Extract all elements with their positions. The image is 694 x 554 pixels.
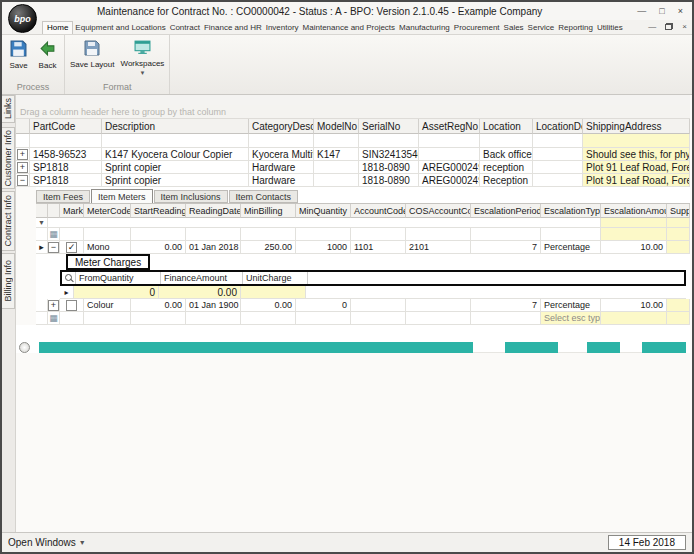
- cell-categorydesc[interactable]: Hardware: [249, 161, 314, 174]
- ribbon-tab-service[interactable]: Service: [526, 22, 557, 34]
- cell-accountcode[interactable]: 1101: [351, 241, 406, 254]
- cell-metercode[interactable]: [84, 228, 131, 241]
- column-header-marked[interactable]: Marked: [60, 204, 84, 218]
- filter-cell-location[interactable]: [480, 134, 533, 148]
- cell-marked[interactable]: ✓: [60, 241, 84, 254]
- cell-location[interactable]: reception: [480, 161, 533, 174]
- expand-cell[interactable]: +: [16, 148, 30, 161]
- cell-escalationamount[interactable]: 10.00: [601, 299, 667, 312]
- column-header-shippingaddress[interactable]: ShippingAddress: [583, 119, 690, 134]
- ribbon-tab-utilities[interactable]: Utilities: [595, 22, 625, 34]
- cell-shippingaddress[interactable]: Plot 91 Leaf Road, Forest Hills,: [583, 174, 690, 187]
- column-header-locationdesc[interactable]: LocationDesc: [533, 119, 583, 134]
- cell-location[interactable]: Back office: [480, 148, 533, 161]
- filter-cell-shippingaddress[interactable]: [583, 134, 690, 148]
- column-header-cosaccountcode[interactable]: COSAccountCode: [406, 204, 471, 218]
- column-header-escalationamount[interactable]: EscalationAmount: [601, 204, 667, 218]
- cell-location[interactable]: Reception: [480, 174, 533, 187]
- collapse-cell[interactable]: −: [16, 174, 30, 187]
- close-icon[interactable]: ×: [678, 6, 683, 16]
- cell-escalationperiod[interactable]: 7: [471, 299, 541, 312]
- ribbon-tab-home[interactable]: Home: [42, 21, 73, 34]
- column-header-escalationperiod[interactable]: EscalationPeriod: [471, 204, 541, 218]
- search-cell[interactable]: [62, 272, 76, 284]
- cell-minquantity[interactable]: [296, 228, 351, 241]
- ribbon-tab-reporting[interactable]: Reporting: [556, 22, 595, 34]
- side-tab-contract-info[interactable]: Contract Info: [2, 191, 15, 251]
- cell-minquantity[interactable]: 1000: [296, 241, 351, 254]
- minimize-icon[interactable]: —: [637, 6, 646, 16]
- cell-accountcode[interactable]: [351, 299, 406, 312]
- mdi-close-icon[interactable]: ×: [682, 22, 687, 31]
- filter-cell-assetregno[interactable]: [419, 134, 480, 148]
- cell-metercode[interactable]: [84, 312, 131, 325]
- save-button[interactable]: Save: [5, 37, 32, 70]
- filter-cell-serialno[interactable]: [359, 134, 419, 148]
- cell-description[interactable]: Sprint copier: [102, 161, 249, 174]
- cell-escalationamount[interactable]: [601, 312, 667, 325]
- column-header-startreading[interactable]: StartReading: [131, 204, 186, 218]
- new-row-indicator-icon[interactable]: [19, 342, 30, 353]
- filter-cell-partcode[interactable]: [30, 134, 102, 148]
- detail-new-row-bottom[interactable]: ▦ Select esc type...: [36, 312, 690, 325]
- cell-supplier[interactable]: [667, 228, 690, 241]
- open-windows-button[interactable]: Open Windows ▼: [8, 537, 86, 548]
- ribbon-tab-finance-and-hr[interactable]: Finance and HR: [202, 22, 264, 34]
- cell-assetregno[interactable]: AREG000249: [419, 161, 480, 174]
- cell-partcode[interactable]: 1458-96523: [30, 148, 102, 161]
- cell-partcode[interactable]: SP1818: [30, 174, 102, 187]
- column-header-categorydesc[interactable]: CategoryDesc: [249, 119, 314, 134]
- cell-supplier[interactable]: [667, 299, 690, 312]
- cell-escalationperiod[interactable]: [471, 228, 541, 241]
- cell-minquantity[interactable]: 0: [296, 299, 351, 312]
- ribbon-tab-maintenance-and-projects[interactable]: Maintenance and Projects: [301, 22, 398, 34]
- cell-escalationamount[interactable]: [601, 228, 667, 241]
- cell-description[interactable]: Sprint copier: [102, 174, 249, 187]
- filter-cell-categorydesc[interactable]: [249, 134, 314, 148]
- status-date-field[interactable]: 14 Feb 2018: [608, 535, 686, 550]
- column-header-financeamount[interactable]: FinanceAmount: [161, 272, 243, 284]
- column-header-assetregno[interactable]: AssetRegNo: [419, 119, 480, 134]
- cell-serialno[interactable]: 1818-0890: [359, 161, 419, 174]
- cell-marked[interactable]: [60, 312, 84, 325]
- detail-expand-cell[interactable]: +: [48, 299, 60, 312]
- cell-escalationtype[interactable]: Percentage: [541, 299, 601, 312]
- column-header-metercode[interactable]: MeterCode: [84, 204, 131, 218]
- ribbon-tab-contract[interactable]: Contract: [168, 22, 202, 34]
- cell-cosaccountcode[interactable]: 2101: [406, 241, 471, 254]
- column-header-serialno[interactable]: SerialNo: [359, 119, 419, 134]
- cell-shippingaddress[interactable]: Should see this, for physical ad: [583, 148, 690, 161]
- filter-cell-modelno[interactable]: [314, 134, 359, 148]
- ribbon-tab-manufacturing[interactable]: Manufacturing: [397, 22, 452, 34]
- cell-minbilling[interactable]: [241, 312, 296, 325]
- cell-metercode[interactable]: Colour: [84, 299, 131, 312]
- save-layout-button[interactable]: Save Layout: [68, 37, 116, 69]
- column-header-unitcharge[interactable]: UnitCharge: [243, 272, 308, 284]
- cell-categorydesc[interactable]: Kyocera Multif...: [249, 148, 314, 161]
- cell-fromquantity[interactable]: 0: [74, 286, 159, 299]
- cell-modelno[interactable]: [314, 161, 359, 174]
- column-header-escalationtype[interactable]: EscalationType: [541, 204, 601, 218]
- cell-modelno[interactable]: [314, 174, 359, 187]
- cell-locationdesc[interactable]: [533, 148, 583, 161]
- tab-item-meters[interactable]: Item Meters: [91, 189, 153, 203]
- cell-cosaccountcode[interactable]: [406, 299, 471, 312]
- ribbon-tab-sales[interactable]: Sales: [502, 22, 526, 34]
- cell-escalationperiod[interactable]: [471, 312, 541, 325]
- cell-escalationamount[interactable]: 10.00: [601, 241, 667, 254]
- cell-unitcharge[interactable]: [241, 286, 306, 299]
- cell-minbilling[interactable]: [241, 228, 296, 241]
- cell-escalationtype[interactable]: Percentage: [541, 241, 601, 254]
- column-header-accountcode[interactable]: AccountCode: [351, 204, 406, 218]
- cell-accountcode[interactable]: [351, 228, 406, 241]
- column-header-description[interactable]: Description: [102, 119, 249, 134]
- workspaces-button[interactable]: Workspaces ▼: [118, 37, 166, 76]
- group-by-panel[interactable]: Drag a column header here to group by th…: [16, 105, 690, 119]
- side-tab-customer-info[interactable]: Customer Info: [2, 127, 15, 189]
- tab-item-contacts[interactable]: Item Contacts: [229, 190, 299, 203]
- cell-startreading[interactable]: 0.00: [131, 299, 186, 312]
- cell-readingdate[interactable]: [186, 312, 241, 325]
- tab-item-fees[interactable]: Item Fees: [36, 190, 90, 203]
- cell-locationdesc[interactable]: [533, 161, 583, 174]
- mdi-restore-icon[interactable]: [665, 23, 673, 30]
